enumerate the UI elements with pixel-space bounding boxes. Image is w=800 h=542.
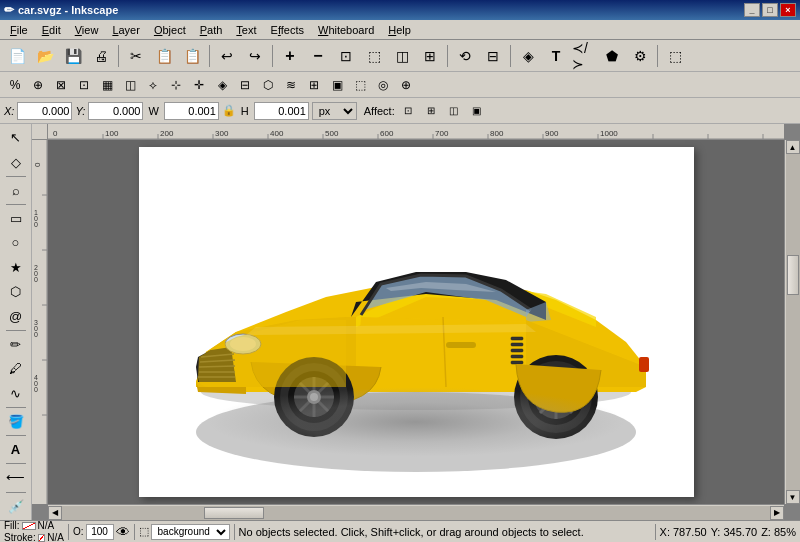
spiral-tool[interactable]: @ bbox=[4, 304, 28, 327]
svg-rect-59 bbox=[511, 361, 523, 364]
snap-btn-9[interactable]: ✛ bbox=[188, 74, 210, 96]
zoom-select-button[interactable]: ⊞ bbox=[417, 43, 443, 69]
window-title: car.svgz - Inkscape bbox=[18, 4, 118, 16]
snap-btn-14[interactable]: ⊞ bbox=[303, 74, 325, 96]
new-button[interactable]: 📄 bbox=[4, 43, 30, 69]
fill-stroke-button[interactable]: ⬟ bbox=[599, 43, 625, 69]
eye-icon[interactable]: 👁 bbox=[116, 524, 130, 540]
node-editor-button[interactable]: ◈ bbox=[515, 43, 541, 69]
menu-file[interactable]: File bbox=[4, 22, 34, 38]
lock-icon[interactable]: 🔒 bbox=[222, 104, 236, 117]
snap-btn-17[interactable]: ◎ bbox=[372, 74, 394, 96]
connector-tool[interactable]: ⟵ bbox=[4, 466, 28, 489]
print-button[interactable]: 🖨 bbox=[88, 43, 114, 69]
snap-btn-6[interactable]: ◫ bbox=[119, 74, 141, 96]
snap-btn-15[interactable]: ▣ bbox=[326, 74, 348, 96]
3dbox-tool[interactable]: ⬡ bbox=[4, 280, 28, 303]
scroll-thumb-vertical[interactable] bbox=[787, 255, 799, 295]
fill-tool[interactable]: 🪣 bbox=[4, 410, 28, 433]
cut-button[interactable]: ✂ bbox=[123, 43, 149, 69]
snap-btn-16[interactable]: ⬚ bbox=[349, 74, 371, 96]
affect-btn-1[interactable]: ⊡ bbox=[398, 101, 418, 121]
pencil-tool[interactable]: ✏ bbox=[4, 333, 28, 356]
menu-layer[interactable]: Layer bbox=[106, 22, 146, 38]
align-button[interactable]: ⊟ bbox=[480, 43, 506, 69]
paste-button[interactable]: 📋 bbox=[179, 43, 205, 69]
stroke-color-box[interactable] bbox=[38, 534, 46, 542]
menu-effects[interactable]: Effects bbox=[265, 22, 310, 38]
maximize-button[interactable]: □ bbox=[762, 3, 778, 17]
scroll-thumb-horizontal[interactable] bbox=[204, 507, 264, 519]
minimize-button[interactable]: _ bbox=[744, 3, 760, 17]
scroll-up-button[interactable]: ▲ bbox=[786, 140, 800, 154]
snap-btn-18[interactable]: ⊕ bbox=[395, 74, 417, 96]
snap-btn-4[interactable]: ⊡ bbox=[73, 74, 95, 96]
pen-tool[interactable]: 🖊 bbox=[4, 357, 28, 380]
document-properties-button[interactable]: ⚙ bbox=[627, 43, 653, 69]
main-toolbar: 📄 📂 💾 🖨 ✂ 📋 📋 ↩ ↪ + − ⊡ ⬚ ◫ ⊞ ⟲ ⊟ ◈ T ≺/… bbox=[0, 40, 800, 72]
snap-btn-12[interactable]: ⬡ bbox=[257, 74, 279, 96]
menu-help[interactable]: Help bbox=[382, 22, 417, 38]
undo-button[interactable]: ↩ bbox=[214, 43, 240, 69]
canvas-area[interactable]: 0 100 200 300 400 500 600 700 80 bbox=[32, 124, 800, 520]
scroll-track-vertical[interactable] bbox=[786, 154, 800, 490]
node-tool[interactable]: ◇ bbox=[4, 150, 28, 173]
zoom-page-button[interactable]: ⬚ bbox=[361, 43, 387, 69]
layer-select[interactable]: background bbox=[151, 524, 230, 540]
zoom-tool[interactable]: ⌕ bbox=[4, 179, 28, 202]
redo-button[interactable]: ↪ bbox=[242, 43, 268, 69]
menu-path[interactable]: Path bbox=[194, 22, 229, 38]
extra-btn[interactable]: ⬚ bbox=[662, 43, 688, 69]
save-button[interactable]: 💾 bbox=[60, 43, 86, 69]
menu-whiteboard[interactable]: Whiteboard bbox=[312, 22, 380, 38]
scrollbar-vertical: ▲ ▼ bbox=[784, 140, 800, 504]
snap-btn-7[interactable]: ⟡ bbox=[142, 74, 164, 96]
unit-select[interactable]: px mm cm in bbox=[312, 102, 357, 120]
x-input[interactable] bbox=[17, 102, 72, 120]
affect-btn-2[interactable]: ⊞ bbox=[421, 101, 441, 121]
fill-color-box[interactable] bbox=[22, 522, 36, 530]
affect-btn-4[interactable]: ▣ bbox=[467, 101, 487, 121]
menu-edit[interactable]: Edit bbox=[36, 22, 67, 38]
snap-btn-11[interactable]: ⊟ bbox=[234, 74, 256, 96]
snap-btn-10[interactable]: ◈ bbox=[211, 74, 233, 96]
h-input[interactable] bbox=[254, 102, 309, 120]
star-tool[interactable]: ★ bbox=[4, 256, 28, 279]
scroll-track-horizontal[interactable] bbox=[62, 506, 770, 520]
calligraphy-tool[interactable]: ∿ bbox=[4, 381, 28, 404]
scroll-left-button[interactable]: ◀ bbox=[48, 506, 62, 520]
svg-text:200: 200 bbox=[160, 129, 174, 138]
menu-object[interactable]: Object bbox=[148, 22, 192, 38]
wh-separator: W bbox=[148, 105, 158, 117]
text-tool[interactable]: A bbox=[4, 438, 28, 461]
snap-btn-1[interactable]: % bbox=[4, 74, 26, 96]
y-input[interactable] bbox=[88, 102, 143, 120]
zoom-in-button[interactable]: + bbox=[277, 43, 303, 69]
affect-btn-3[interactable]: ◫ bbox=[444, 101, 464, 121]
zoom-fit-button[interactable]: ⊡ bbox=[333, 43, 359, 69]
snap-btn-5[interactable]: ▦ bbox=[96, 74, 118, 96]
close-button[interactable]: × bbox=[780, 3, 796, 17]
scroll-down-button[interactable]: ▼ bbox=[786, 490, 800, 504]
circle-tool[interactable]: ○ bbox=[4, 231, 28, 254]
opacity-input[interactable] bbox=[86, 524, 114, 540]
document-canvas[interactable] bbox=[48, 140, 784, 504]
snap-btn-13[interactable]: ≋ bbox=[280, 74, 302, 96]
menu-view[interactable]: View bbox=[69, 22, 105, 38]
menu-text[interactable]: Text bbox=[230, 22, 262, 38]
w-input[interactable] bbox=[164, 102, 219, 120]
snap-btn-3[interactable]: ⊠ bbox=[50, 74, 72, 96]
eyedropper-tool[interactable]: 💉 bbox=[4, 495, 28, 518]
xml-editor-button[interactable]: ≺/≻ bbox=[571, 43, 597, 69]
zoom-out-button[interactable]: − bbox=[305, 43, 331, 69]
zoom-drawing-button[interactable]: ◫ bbox=[389, 43, 415, 69]
transform-button[interactable]: ⟲ bbox=[452, 43, 478, 69]
copy-button[interactable]: 📋 bbox=[151, 43, 177, 69]
rect-tool[interactable]: ▭ bbox=[4, 207, 28, 230]
snap-btn-2[interactable]: ⊕ bbox=[27, 74, 49, 96]
text-tool-button[interactable]: T bbox=[543, 43, 569, 69]
select-tool[interactable]: ↖ bbox=[4, 126, 28, 149]
snap-btn-8[interactable]: ⊹ bbox=[165, 74, 187, 96]
scroll-right-button[interactable]: ▶ bbox=[770, 506, 784, 520]
open-button[interactable]: 📂 bbox=[32, 43, 58, 69]
